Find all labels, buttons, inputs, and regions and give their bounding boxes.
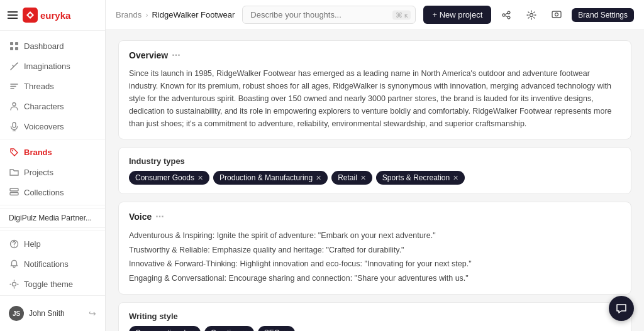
voice-title: Voice [129,212,152,222]
new-project-button[interactable]: + New project [423,6,491,24]
search-input[interactable] [242,6,416,24]
writing-tag-label-1: Creative [211,328,239,331]
collection-icon [9,187,19,197]
writing-tag-label-0: Conversational [135,328,186,331]
voice-more-icon[interactable]: ··· [155,211,164,222]
sidebar-item-collections[interactable]: Collections [0,182,105,202]
overview-title: Overview [129,50,168,60]
breadcrumb-current: RidgeWalker Footwear [152,10,235,19]
svg-point-5 [16,63,18,64]
industry-section: Industry types Consumer Goods ✕ Producti… [118,147,631,194]
sidebar-item-characters[interactable]: Characters [0,96,105,116]
writing-tag-2: SEO ✕ [258,326,295,331]
writing-tag-remove-0[interactable]: ✕ [189,329,194,332]
sidebar-label-notifications: Notifications [24,259,69,269]
sidebar: euryka Dashboard Imaginations Threads [0,0,106,331]
svg-rect-19 [552,11,561,18]
sun-icon [9,279,19,289]
settings-button[interactable] [521,5,541,25]
sidebar-label-brands: Brands [24,148,52,157]
industry-tag-remove-3[interactable]: ✕ [453,174,458,182]
sidebar-label-toggle-theme: Toggle theme [24,279,73,289]
industry-title: Industry types [129,156,621,166]
writing-style-title: Writing style [129,312,621,321]
sidebar-label-characters: Characters [24,102,64,111]
overview-section: Overview ··· Since its launch in 1985, R… [118,40,631,139]
svg-point-6 [13,102,16,106]
search-shortcut: ⌘ κ [392,10,411,19]
sidebar-label-imaginations: Imaginations [24,62,70,71]
sidebar-footer: JS John Snith ↪ [0,295,105,331]
svg-rect-1 [10,42,13,45]
bell-icon [9,259,19,269]
breadcrumb: Brands › RidgeWalker Footwear [116,10,235,19]
sidebar-header: euryka [0,0,105,31]
voice-header: Voice ··· [129,211,621,222]
workspace-label[interactable]: DigiPulz Media Partner... [0,208,105,228]
writing-tag-remove-2[interactable]: ✕ [283,329,289,332]
header: Brands › RidgeWalker Footwear ⌘ κ + New … [106,0,644,30]
breadcrumb-parent: Brands [116,10,142,19]
svg-rect-2 [15,42,18,45]
sidebar-nav: Dashboard Imaginations Threads Character… [0,31,105,295]
overview-header: Overview ··· [129,50,621,61]
writing-tag-0: Conversational ✕ [129,326,201,331]
tag-icon [9,147,19,157]
wand-icon [9,61,19,71]
industry-tag-3: Sports & Recreation ✕ [376,171,465,185]
voice-line-1: Trustworthy & Reliable: Emphasize qualit… [129,243,621,258]
chat-bubble[interactable] [609,296,634,321]
writing-tag-label-2: SEO [264,328,280,331]
industry-tag-remove-1[interactable]: ✕ [316,174,321,182]
breadcrumb-separator: › [145,10,148,19]
sidebar-label-projects: Projects [24,168,53,177]
industry-tag-1: Production & Manufacturing ✕ [213,171,328,185]
overview-more-icon[interactable]: ··· [172,50,180,61]
industry-tag-2: Retail ✕ [331,171,372,185]
voice-section: Voice ··· Adventurous & Inspiring: Ignit… [118,202,631,295]
share-button[interactable] [496,5,516,25]
sidebar-item-toggle-theme[interactable]: Toggle theme [0,274,105,294]
hamburger-menu[interactable] [8,11,18,19]
sidebar-item-help[interactable]: Help [0,234,105,254]
sidebar-item-projects[interactable]: Projects [0,162,105,182]
logout-icon[interactable]: ↪ [89,308,96,318]
industry-tag-label-2: Retail [338,173,357,182]
industry-tag-0: Consumer Goods ✕ [129,171,209,185]
sidebar-item-dashboard[interactable]: Dashboard [0,36,105,56]
svg-rect-9 [10,188,18,191]
help-icon [9,239,19,249]
sidebar-label-voiceovers: Voiceovers [24,122,64,131]
content-area: Overview ··· Since its launch in 1985, R… [106,30,644,331]
avatar: JS [9,306,24,321]
thread-icon [9,81,19,91]
svg-point-15 [508,11,510,14]
svg-rect-3 [10,47,13,50]
svg-point-16 [502,14,505,16]
svg-point-12 [13,246,14,246]
industry-tags-row: Consumer Goods ✕ Production & Manufactur… [129,171,621,185]
writing-style-tags-row: Conversational ✕ Creative ✕ SEO ✕ [129,326,621,331]
industry-tag-remove-2[interactable]: ✕ [360,174,366,182]
profile-button[interactable] [547,5,567,25]
nav-divider-1 [0,139,105,139]
user-row[interactable]: JS John Snith ↪ [0,301,105,326]
industry-tag-label-1: Production & Manufacturing [219,173,313,182]
overview-text: Since its launch in 1985, RidgeWalker Fo… [129,67,621,130]
brand-settings-badge[interactable]: Brand Settings [572,8,634,22]
logo-icon [23,8,38,23]
industry-tag-remove-0[interactable]: ✕ [197,174,203,182]
voice-line-2: Innovative & Forward-Thinking: Highlight… [129,257,621,271]
logo-text: euryka [40,10,70,21]
sidebar-item-imaginations[interactable]: Imaginations [0,56,105,76]
sidebar-label-help: Help [24,239,41,249]
sidebar-item-threads[interactable]: Threads [0,76,105,96]
writing-tag-remove-1[interactable]: ✕ [242,329,248,332]
sidebar-item-brands[interactable]: Brands [0,142,105,162]
sidebar-item-notifications[interactable]: Notifications [0,254,105,274]
writing-tag-1: Creative ✕ [204,326,254,331]
sidebar-item-voiceovers[interactable]: Voiceovers [0,116,105,136]
mic-icon [9,121,19,131]
logo: euryka [23,8,70,23]
sidebar-label-collections: Collections [24,188,64,197]
